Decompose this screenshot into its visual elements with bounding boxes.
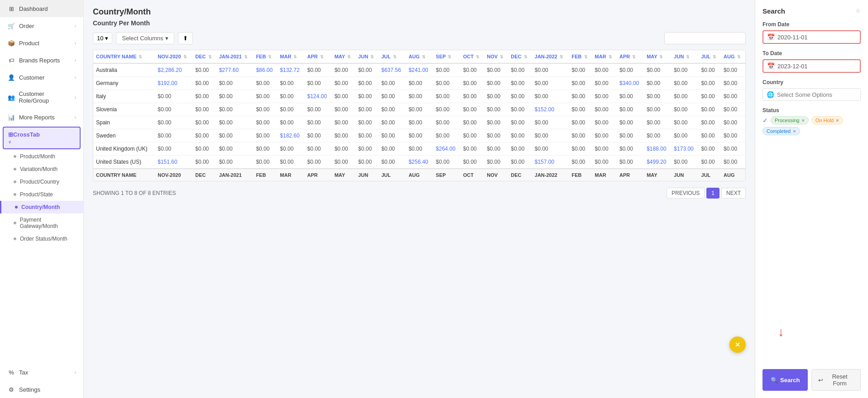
upload-button[interactable]: ⬆ bbox=[178, 32, 193, 44]
sidebar-item-customer[interactable]: 👤 Customer › bbox=[0, 69, 83, 86]
status-badge-onhold[interactable]: On Hold × bbox=[811, 116, 843, 124]
sort-icon: ⇅ bbox=[208, 55, 212, 59]
col-apr[interactable]: APR ⇅ bbox=[304, 50, 331, 63]
cell-value: $0.00 bbox=[355, 156, 379, 169]
cell-value[interactable]: $188.00 bbox=[644, 142, 671, 156]
cell-value[interactable]: $182.60 bbox=[277, 129, 304, 142]
footer-jun: JUN bbox=[355, 169, 379, 181]
sidebar-sub-item-product-state[interactable]: Product/State bbox=[0, 188, 83, 201]
col-nov[interactable]: NOV ⇅ bbox=[484, 50, 508, 63]
from-date-input[interactable] bbox=[777, 34, 856, 41]
reset-form-button[interactable]: ↩ Reset Form bbox=[811, 369, 861, 391]
cell-value[interactable]: $124.00 bbox=[304, 90, 331, 103]
col-feb[interactable]: FEB ⇅ bbox=[253, 50, 277, 63]
col-may2[interactable]: MAY ⇅ bbox=[644, 50, 671, 63]
processing-remove-icon[interactable]: × bbox=[801, 118, 804, 123]
country-input-wrap[interactable]: 🌐 bbox=[762, 88, 861, 101]
sidebar-sub-item-product-country[interactable]: Product/Country bbox=[0, 175, 83, 188]
col-jul2[interactable]: JUL ⇅ bbox=[699, 50, 721, 63]
sidebar-sub-item-payment-gateway[interactable]: Payment Gateway/Month bbox=[0, 213, 83, 232]
col-apr2[interactable]: APR ⇅ bbox=[617, 50, 644, 63]
cell-value: $0.00 bbox=[508, 77, 532, 90]
sidebar-item-more-reports[interactable]: 📊 More Reports › bbox=[0, 109, 83, 126]
col-aug[interactable]: AUG ⇅ bbox=[406, 50, 433, 63]
col-nov-2020[interactable]: NOV-2020 ⇅ bbox=[155, 50, 192, 63]
star-icon[interactable]: ☆ bbox=[855, 7, 861, 14]
cell-value[interactable]: $264.00 bbox=[433, 142, 460, 156]
search-button[interactable]: 🔍 Search bbox=[762, 369, 808, 391]
sidebar-sub-item-product-month[interactable]: Product/Month bbox=[0, 150, 83, 163]
status-badge-processing[interactable]: Processing × bbox=[771, 116, 809, 124]
cell-value[interactable]: $192.00 bbox=[155, 77, 192, 90]
cell-value[interactable]: $499.20 bbox=[644, 156, 671, 169]
sidebar-item-brands[interactable]: 🏷 Brands Reports › bbox=[0, 52, 83, 69]
cell-value[interactable]: $256.40 bbox=[406, 156, 433, 169]
cell-value: $0.00 bbox=[355, 77, 379, 90]
sidebar-item-product[interactable]: 📦 Product › bbox=[0, 34, 83, 52]
notification-circle[interactable]: × bbox=[729, 336, 746, 353]
col-sep[interactable]: SEP ⇅ bbox=[433, 50, 460, 63]
cell-value: $0.00 bbox=[304, 116, 331, 129]
cell-value: $0.00 bbox=[406, 116, 433, 129]
sidebar-item-settings[interactable]: ⚙ Settings bbox=[0, 381, 83, 398]
cell-value[interactable]: $277.60 bbox=[216, 63, 254, 77]
to-date-input-wrap[interactable]: 📅 bbox=[762, 59, 861, 73]
col-dec2[interactable]: DEC ⇅ bbox=[508, 50, 532, 63]
sub-label-country-month: Country/Month bbox=[21, 204, 60, 210]
cell-value[interactable]: $152.00 bbox=[532, 103, 569, 116]
sidebar-item-customer-role[interactable]: 👥 Customer Role/Group › bbox=[0, 86, 83, 109]
sidebar-item-dashboard[interactable]: ⊞ Dashboard bbox=[0, 0, 83, 17]
col-jul[interactable]: JUL ⇅ bbox=[379, 50, 406, 63]
col-feb2[interactable]: FEB ⇅ bbox=[569, 50, 592, 63]
sidebar-item-crosstab[interactable]: ⊞ CrossTab ∨ bbox=[3, 127, 81, 149]
sidebar-item-tax[interactable]: % Tax › bbox=[0, 364, 83, 381]
col-may[interactable]: MAY ⇅ bbox=[332, 50, 355, 63]
cell-value[interactable]: $340.00 bbox=[617, 77, 644, 90]
per-page-select[interactable]: 10 ▾ bbox=[93, 33, 112, 44]
cell-value[interactable]: $2,286.20 bbox=[155, 63, 192, 77]
cell-value[interactable]: $637.56 bbox=[379, 63, 406, 77]
page-1-button[interactable]: 1 bbox=[706, 188, 719, 199]
table-search-input[interactable] bbox=[664, 32, 746, 44]
sort-icon: ⇅ bbox=[713, 55, 716, 59]
cell-value: $0.00 bbox=[532, 77, 569, 90]
cell-value[interactable]: $132.72 bbox=[277, 63, 304, 77]
select-columns-chevron-icon: ▾ bbox=[165, 35, 168, 42]
country-input[interactable] bbox=[777, 91, 857, 98]
footer-feb: FEB bbox=[253, 169, 277, 181]
status-badge-completed[interactable]: Completed × bbox=[762, 127, 800, 135]
from-date-input-wrap[interactable]: 📅 bbox=[762, 30, 861, 44]
next-button[interactable]: NEXT bbox=[721, 188, 746, 199]
sidebar-item-order[interactable]: 🛒 Order › bbox=[0, 17, 83, 34]
cell-value: $0.00 bbox=[592, 156, 617, 169]
sidebar-sub-item-variation-month[interactable]: Variation/Month bbox=[0, 163, 83, 175]
col-country-name[interactable]: COUNTRY NAME ⇅ bbox=[93, 50, 155, 63]
cell-value[interactable]: $173.00 bbox=[671, 142, 698, 156]
cell-value: $0.00 bbox=[592, 90, 617, 103]
col-mar2[interactable]: MAR ⇅ bbox=[592, 50, 617, 63]
prev-button[interactable]: PREVIOUS bbox=[667, 188, 705, 199]
cell-value[interactable]: $86.00 bbox=[253, 63, 277, 77]
cell-value[interactable]: $241.00 bbox=[406, 63, 433, 77]
cell-value[interactable]: $151.60 bbox=[155, 156, 192, 169]
onhold-remove-icon[interactable]: × bbox=[836, 118, 839, 123]
col-mar[interactable]: MAR ⇅ bbox=[277, 50, 304, 63]
select-columns-button[interactable]: Select Columns ▾ bbox=[116, 32, 174, 44]
col-aug2[interactable]: AUG ⇅ bbox=[721, 50, 745, 63]
cell-value[interactable]: $157.00 bbox=[532, 156, 569, 169]
cell-value: $0.00 bbox=[406, 103, 433, 116]
sidebar-sub-item-order-status[interactable]: Order Status/Month bbox=[0, 232, 83, 245]
col-jan-2021[interactable]: JAN-2021 ⇅ bbox=[216, 50, 254, 63]
calendar-icon: 📅 bbox=[767, 62, 775, 70]
col-jan-2022[interactable]: JAN-2022 ⇅ bbox=[532, 50, 569, 63]
col-jun[interactable]: JUN ⇅ bbox=[355, 50, 379, 63]
sort-icon: ⇅ bbox=[293, 55, 297, 59]
col-dec[interactable]: DEC ⇅ bbox=[192, 50, 216, 63]
sidebar-sub-item-country-month[interactable]: Country/Month bbox=[0, 201, 83, 213]
col-jun2[interactable]: JUN ⇅ bbox=[671, 50, 698, 63]
col-oct[interactable]: OCT ⇅ bbox=[460, 50, 484, 63]
to-date-input[interactable] bbox=[777, 63, 856, 70]
cell-value: $0.00 bbox=[355, 116, 379, 129]
completed-remove-icon[interactable]: × bbox=[793, 128, 796, 134]
panel-footer: 🔍 Search ↩ Reset Form bbox=[762, 364, 861, 391]
